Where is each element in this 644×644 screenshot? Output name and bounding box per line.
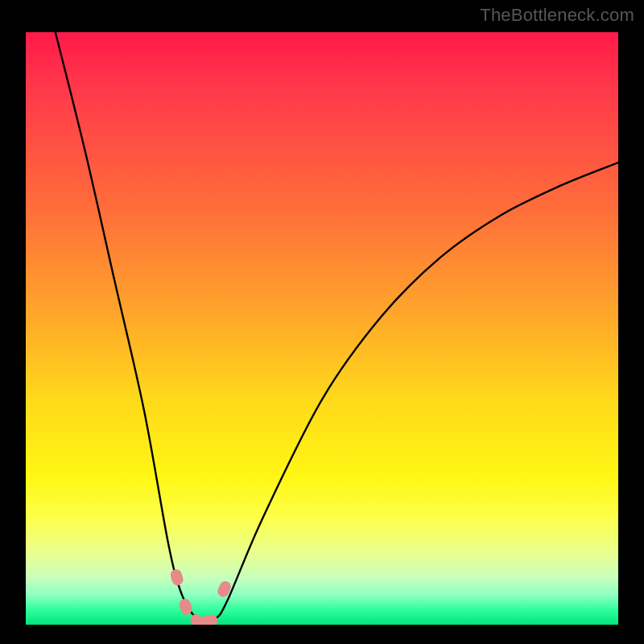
chart-plot-area bbox=[26, 32, 618, 625]
watermark-text: TheBottleneck.com bbox=[480, 5, 634, 26]
marker-group bbox=[169, 568, 233, 625]
curve-marker bbox=[201, 614, 218, 625]
curve-marker bbox=[169, 568, 184, 587]
bottleneck-curve-svg bbox=[26, 32, 618, 625]
bottleneck-curve-path bbox=[56, 32, 618, 622]
